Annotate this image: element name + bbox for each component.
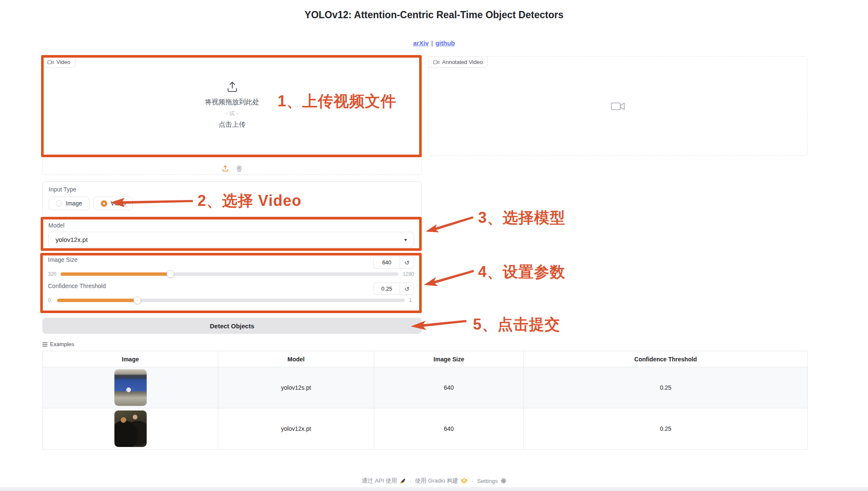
list-icon: [42, 342, 47, 347]
header-links: arXiv|github: [0, 39, 868, 47]
video-tab-label: Video: [56, 59, 70, 65]
example-2-image-size: 640: [374, 408, 524, 449]
model-dropdown[interactable]: yolov12x.pt ▾: [48, 232, 414, 247]
header-image: Image: [43, 351, 218, 367]
example-1-model: yolov12s.pt: [218, 367, 374, 408]
image-size-slider-handle[interactable]: [167, 270, 174, 278]
annotated-video-placeholder: [428, 57, 807, 155]
parameters-block: Image Size ↺ 320 1280 Confidence Thresho…: [40, 253, 422, 313]
gradio-logo-icon: [461, 478, 467, 484]
video-upload-panel[interactable]: Video 将视频拖放到此处 - 或 - 点击上传: [42, 56, 422, 175]
webcam-source-button[interactable]: [236, 165, 243, 172]
confidence-threshold-slider[interactable]: [57, 299, 405, 302]
header-confidence-threshold: Confidence Threshold: [524, 351, 808, 367]
confidence-max-label: 1: [409, 297, 414, 303]
image-size-max-label: 1280: [403, 271, 414, 277]
image-size-min-label: 320: [48, 271, 56, 277]
footer-dot: ·: [471, 478, 473, 484]
radio-option-video[interactable]: Video: [94, 197, 133, 210]
detect-objects-button[interactable]: Detect Objects: [42, 318, 422, 334]
upload-icon: [226, 80, 239, 93]
arxiv-link[interactable]: arXiv: [413, 39, 429, 47]
or-hint-text: - 或 -: [226, 110, 238, 117]
example-thumbnail-people[interactable]: [114, 411, 147, 447]
header-model: Model: [218, 351, 374, 367]
model-block: Model yolov12x.pt ▾: [41, 217, 422, 251]
image-size-label: Image Size: [48, 256, 78, 263]
radio-image-label: Image: [66, 200, 82, 207]
radio-circle-selected-icon: [101, 200, 107, 207]
example-1-image-size: 640: [374, 367, 524, 408]
annotation-step4-text: 4、设置参数: [478, 262, 565, 283]
confidence-threshold-reset-button[interactable]: ↺: [400, 283, 414, 295]
examples-header-row: Image Model Image Size Confidence Thresh…: [43, 351, 808, 367]
input-type-radio-group: Image Video: [49, 197, 415, 210]
gear-icon: [501, 478, 506, 484]
example-1-confidence: 0.25: [524, 367, 808, 408]
annotation-step5-text: 5、点击提交: [473, 314, 560, 335]
example-thumbnail-bus[interactable]: [114, 369, 147, 406]
example-2-model: yolov12x.pt: [218, 408, 374, 449]
example-2-confidence: 0.25: [524, 408, 808, 449]
link-separator: |: [431, 39, 433, 47]
click-upload-text[interactable]: 点击上传: [219, 120, 246, 129]
annotation-arrow-step4: [422, 267, 477, 291]
radio-video-label: Video: [111, 200, 126, 207]
model-dropdown-value: yolov12x.pt: [56, 236, 88, 243]
image-size-slider-fill: [61, 272, 170, 276]
page-title: YOLOv12: Attention-Centric Real-Time Obj…: [0, 9, 868, 21]
annotated-video-panel: Annotated Video: [428, 56, 807, 156]
image-size-reset-button[interactable]: ↺: [400, 256, 414, 269]
confidence-min-label: 0: [48, 297, 53, 303]
github-link[interactable]: github: [435, 39, 455, 47]
image-size-slider[interactable]: [61, 272, 398, 276]
radio-circle-unselected-icon: [56, 200, 62, 207]
page-bottom-strip: [0, 487, 868, 491]
annotation-step3-text: 3、选择模型: [478, 208, 565, 228]
drop-hint-text: 将视频拖放到此处: [205, 98, 259, 107]
image-size-input[interactable]: [373, 256, 400, 269]
example-row-2[interactable]: yolov12x.pt 640 0.25: [43, 408, 808, 449]
video-camera-placeholder-icon: [611, 101, 625, 112]
video-source-buttons: [43, 165, 421, 172]
annotation-arrow-step3: [423, 213, 476, 237]
radio-option-image[interactable]: Image: [49, 197, 89, 210]
footer-dot: ·: [409, 478, 412, 484]
input-type-label: Input Type: [49, 186, 415, 193]
upload-source-button[interactable]: [222, 165, 229, 172]
footer: 通过 API 使用 · 使用 Gradio 构建 · Settings: [0, 477, 868, 485]
video-camera-icon: [47, 60, 54, 65]
confidence-slider-handle[interactable]: [134, 297, 141, 304]
built-with-gradio-link[interactable]: 使用 Gradio 构建: [415, 477, 467, 485]
confidence-threshold-input[interactable]: [373, 283, 400, 295]
use-via-api-link[interactable]: 通过 API 使用: [362, 477, 405, 485]
confidence-threshold-label: Confidence Threshold: [48, 283, 106, 289]
upload-dropzone[interactable]: 将视频拖放到此处 - 或 - 点击上传: [43, 80, 421, 129]
yolov12-gradio-app: YOLOv12: Attention-Centric Real-Time Obj…: [0, 0, 868, 491]
video-tab-badge: Video: [42, 56, 75, 68]
examples-section-label: Examples: [42, 341, 74, 347]
example-row-1[interactable]: yolov12s.pt 640 0.25: [43, 367, 808, 408]
confidence-slider-fill: [57, 299, 137, 302]
settings-link[interactable]: Settings: [477, 478, 506, 484]
input-type-block: Input Type Image Video: [42, 181, 422, 217]
chevron-down-icon: ▾: [404, 237, 407, 243]
rocket-icon: [400, 478, 406, 484]
examples-table: Image Model Image Size Confidence Thresh…: [42, 351, 808, 449]
model-label: Model: [48, 222, 414, 229]
header-image-size: Image Size: [374, 351, 524, 367]
